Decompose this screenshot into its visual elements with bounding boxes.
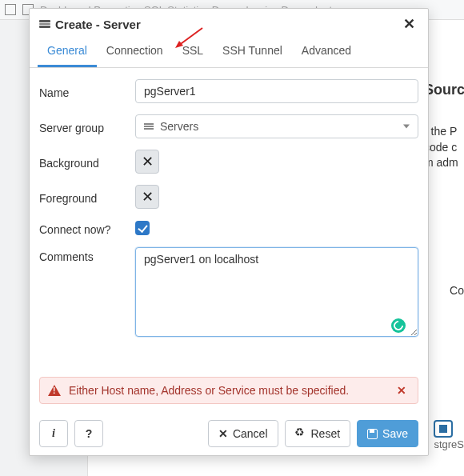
save-button[interactable]: Save [357, 420, 418, 447]
database-icon [434, 420, 453, 438]
error-alert: Either Host name, Address or Service mus… [39, 377, 418, 404]
label-server-group: Server group [39, 118, 135, 134]
server-group-value: Servers [160, 120, 198, 133]
dialog-title-bar: Create - Server ✕ [30, 9, 428, 38]
connect-now-checkbox[interactable] [135, 221, 150, 235]
label-comments: Comments [39, 247, 135, 263]
server-icon [39, 20, 50, 28]
save-icon [367, 429, 378, 439]
dialog-tabs: General Connection SSL SSH Tunnel Advanc… [30, 38, 428, 68]
label-background: Background [39, 154, 135, 170]
warning-icon [48, 385, 61, 396]
help-icon: ? [86, 427, 93, 440]
close-icon[interactable]: ✕ [400, 15, 418, 33]
label-name: Name [39, 83, 135, 99]
server-group-icon [144, 123, 154, 130]
cancel-label: Cancel [233, 427, 268, 440]
save-label: Save [382, 427, 408, 440]
general-tab-form: Name Server group Servers Background ✕ [30, 68, 428, 372]
background-footer-fragment: stgreS [434, 420, 464, 452]
tab-advanced[interactable]: Advanced [292, 38, 361, 67]
close-icon: ✕ [218, 427, 228, 440]
tab-ssl[interactable]: SSL [173, 38, 213, 67]
background-cutoff-text: Sourc r the P code c m adm Co [424, 80, 464, 299]
clear-icon: ✕ [142, 190, 154, 204]
reset-button[interactable]: Reset [285, 420, 351, 447]
info-icon: i [52, 427, 55, 440]
grammarly-icon[interactable] [391, 318, 406, 333]
tab-general[interactable]: General [38, 38, 97, 67]
label-connect-now: Connect now? [39, 220, 135, 236]
server-group-select[interactable]: Servers [135, 114, 418, 138]
grid-icon [5, 4, 16, 15]
dialog-title: Create - Server [55, 18, 141, 31]
tab-connection[interactable]: Connection [97, 38, 173, 67]
dialog-footer: i ? ✕ Cancel Reset Save [30, 412, 428, 455]
comments-textarea[interactable] [135, 247, 418, 337]
name-input[interactable] [135, 79, 418, 103]
help-button[interactable]: ? [74, 420, 103, 447]
label-foreground: Foreground [39, 189, 135, 205]
cancel-button[interactable]: ✕ Cancel [208, 420, 278, 447]
tab-ssh-tunnel[interactable]: SSH Tunnel [213, 38, 292, 67]
reset-label: Reset [311, 427, 341, 440]
background-color-button[interactable]: ✕ [135, 150, 159, 174]
create-server-dialog: Create - Server ✕ General Connection SSL… [29, 8, 429, 456]
close-alert-icon[interactable]: ✕ [394, 384, 410, 397]
info-button[interactable]: i [39, 420, 68, 447]
reset-icon [295, 428, 306, 439]
foreground-color-button[interactable]: ✕ [135, 185, 159, 209]
chevron-down-icon [403, 125, 410, 129]
clear-icon: ✕ [142, 154, 154, 169]
error-text: Either Host name, Address or Service mus… [69, 384, 349, 397]
